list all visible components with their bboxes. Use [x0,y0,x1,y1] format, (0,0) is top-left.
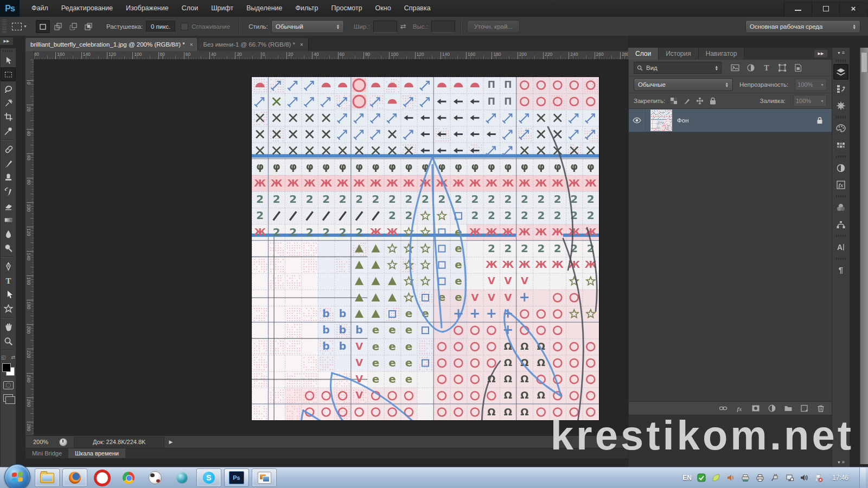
taskbar-globe-app-icon[interactable] [170,469,194,486]
panel-tab-Слои[interactable]: Слои [628,48,659,60]
gradient-tool[interactable] [1,213,16,227]
new-layer-icon[interactable] [800,404,809,413]
zoom-level[interactable]: 200% [33,439,57,445]
lock-paint-icon[interactable] [682,97,691,105]
brush-tool[interactable] [1,156,16,170]
adjustments-dock-icon[interactable] [833,160,848,176]
dock-grip[interactable] [836,258,846,260]
paths-dock-icon[interactable] [833,216,848,232]
style-dropdown[interactable]: Обычный ▲▼ [271,20,344,33]
menu-Просмотр[interactable]: Просмотр [325,0,369,17]
adjustment-layer-filter-icon[interactable] [746,63,756,72]
character-dock-icon[interactable]: A [833,239,848,255]
pixel-layer-filter-icon[interactable] [730,63,740,72]
bottom-tab-Mini Bridge[interactable]: Mini Bridge [25,448,68,458]
intersect-selection-icon[interactable] [81,20,95,33]
show-desktop-button[interactable] [859,467,866,488]
add-to-selection-icon[interactable] [51,20,65,33]
opacity-input[interactable]: 100% ▼ [795,79,827,91]
workspace-dropdown[interactable]: Основная рабочая среда ▲▼ [745,20,860,33]
restore-icon[interactable] [812,1,839,16]
foreground-color-swatch[interactable] [2,363,11,372]
new-adjustment-layer-icon[interactable] [768,404,776,413]
swatches-dock-icon[interactable] [833,137,848,153]
dock-grip[interactable] [836,60,846,62]
antivirus-tray-icon[interactable] [697,473,706,483]
note-tray-icon[interactable] [712,473,721,483]
pen-tool[interactable] [1,259,16,273]
type-layer-filter-icon[interactable]: T [762,63,771,72]
taskbar-opera-icon[interactable] [90,469,114,486]
canvas-pasteboard[interactable] [34,60,628,435]
lock-transparency-icon[interactable] [669,97,678,105]
clone-stamp-tool[interactable] [1,170,16,184]
document-size-info[interactable]: Док: 224.8K/224.8K [74,436,164,448]
panel-tab-История[interactable]: История [659,48,699,60]
toolbar-expand-icon[interactable]: ▶▶ [0,37,13,45]
kuler-dock-icon[interactable] [833,200,848,215]
dock-menu-icon[interactable]: ▼≡ [837,49,845,56]
layer-mask-icon[interactable] [751,404,760,413]
eraser-tool[interactable] [1,198,16,213]
layer-thumbnail[interactable] [651,110,672,131]
collapse-panels-icon[interactable]: ▶▶ [814,50,827,57]
default-colors-icon[interactable]: ◱ [1,355,6,360]
menu-Изображение[interactable]: Изображение [119,0,175,17]
refine-edge-button[interactable]: Уточн. край... [467,20,520,33]
fill-input[interactable]: 100% ▼ [793,95,827,107]
navigator-dock-icon[interactable] [833,98,848,113]
taskbar-media-app-icon[interactable] [143,469,167,486]
path-selection-tool[interactable] [1,287,16,301]
close-tab-icon[interactable]: × [300,42,303,48]
healing-brush-tool[interactable] [1,142,16,156]
rectangular-marquee-tool[interactable] [1,67,16,81]
taskbar-chrome-icon[interactable] [117,469,141,486]
layer-visibility-toggle[interactable] [629,109,646,132]
blur-tool[interactable] [1,227,16,241]
language-indicator[interactable]: EN [682,474,692,481]
shape-tool[interactable] [1,301,16,316]
menu-Файл[interactable]: Файл [25,0,55,17]
minimize-icon[interactable] [784,1,812,16]
swap-colors-icon[interactable]: ⇄ [11,355,15,360]
clock[interactable]: 17:46 [832,474,848,481]
paragraph-dock-icon[interactable]: ¶ [833,262,848,278]
eyedropper-tool[interactable] [1,124,16,138]
history-brush-tool[interactable] [1,184,16,198]
dodge-tool[interactable] [1,241,16,255]
feather-input[interactable]: 0 пикс. [146,21,175,33]
antialias-checkbox[interactable] [181,23,188,30]
audio-device-tray-icon[interactable] [726,473,736,483]
dock-grip[interactable] [836,156,846,158]
scrollbar-thumb[interactable] [861,52,867,73]
layers-dock-icon[interactable] [833,64,848,80]
close-tab-icon[interactable]: × [190,42,193,48]
lasso-tool[interactable] [1,81,16,95]
menu-Фильтр[interactable]: Фильтр [289,0,325,17]
menu-Слои[interactable]: Слои [175,0,205,17]
document-canvas[interactable] [252,77,599,420]
taskbar-skype-icon[interactable]: S [196,468,221,487]
shape-layer-filter-icon[interactable] [777,63,787,72]
taskbar-firefox-icon[interactable] [62,468,87,487]
power-tray-icon[interactable] [770,473,780,483]
screen-mode-icon[interactable] [3,394,13,402]
magic-wand-tool[interactable] [1,95,16,110]
ruler-origin-corner[interactable] [25,51,34,60]
network-tray-icon[interactable] [785,473,794,483]
menu-Шрифт[interactable]: Шрифт [205,0,240,17]
taskbar-explorer-icon[interactable] [35,468,60,487]
status-menu-icon[interactable] [59,438,67,446]
dock-grip[interactable] [836,235,846,237]
move-tool[interactable] [1,53,16,67]
styles-dock-icon[interactable]: fx [833,177,848,192]
menu-Окно[interactable]: Окно [369,0,398,17]
scrollbar[interactable] [860,48,868,464]
history-dock-icon[interactable] [833,81,848,97]
status-options-arrow-icon[interactable]: ▶ [169,439,173,445]
horizontal-ruler[interactable]: 1801601401201008060402002040608010012014… [34,51,628,60]
volume-tray-icon[interactable] [800,473,809,483]
document-tab-2[interactable]: Без имени-1 @ 66.7% (RGB/8) *× [198,38,308,51]
fax-tray-icon[interactable] [741,473,750,483]
type-tool[interactable]: T [1,273,16,287]
